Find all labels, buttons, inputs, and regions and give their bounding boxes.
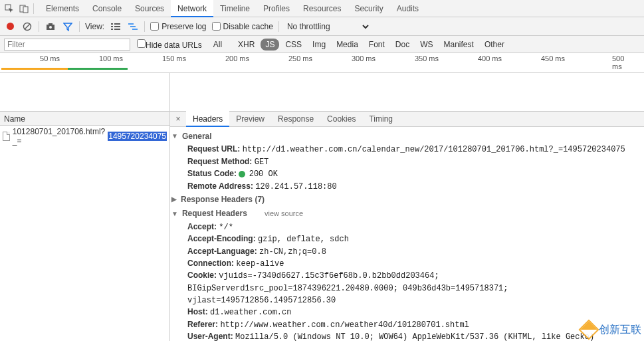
separator bbox=[39, 21, 39, 32]
filter-type-other[interactable]: Other bbox=[480, 39, 509, 51]
separator bbox=[278, 21, 279, 32]
detail-tabs: × Headers Preview Response Cookies Timin… bbox=[170, 111, 644, 127]
hide-data-urls-checkbox[interactable]: Hide data URLs bbox=[137, 39, 202, 50]
preserve-log-checkbox[interactable]: Preserve log bbox=[150, 22, 206, 31]
filter-type-all[interactable]: All bbox=[209, 39, 227, 51]
svg-rect-2 bbox=[23, 7, 28, 13]
tab-sources[interactable]: Sources bbox=[128, 0, 171, 17]
tab-network[interactable]: Network bbox=[171, 0, 213, 17]
tab-console[interactable]: Console bbox=[86, 0, 128, 17]
kv-cookie: Cookie: vjuids=-7340d6627.15c3f6ef68b.0.… bbox=[171, 270, 640, 306]
filter-type-img[interactable]: Img bbox=[308, 39, 330, 51]
filter-type-doc[interactable]: Doc bbox=[391, 39, 414, 51]
tab-profiles[interactable]: Profiles bbox=[257, 0, 296, 17]
timeline-tick: 100 ms bbox=[99, 55, 123, 62]
section-request-headers[interactable]: ▼Request Headersview source bbox=[171, 207, 640, 221]
request-name-selected: 1495720234075 bbox=[108, 132, 167, 141]
status-dot-icon bbox=[239, 171, 245, 177]
section-response-headers[interactable]: ▶Response Headers (7) bbox=[171, 193, 640, 207]
request-row[interactable]: 101280701_201706.html?_=1495720234075 bbox=[0, 126, 169, 147]
timeline-tick: 450 ms bbox=[541, 55, 565, 62]
section-general[interactable]: ▼General bbox=[171, 130, 640, 144]
kv-user-agent: User-Agent: Mozilla/5.0 (Windows NT 10.0… bbox=[171, 331, 640, 341]
inspect-icon[interactable] bbox=[4, 3, 15, 14]
devtools-top-bar: Elements Console Sources Network Timelin… bbox=[0, 0, 644, 17]
headers-panel: ▼General Request URL: http://d1.weather.… bbox=[170, 127, 644, 341]
view-waterfall-icon[interactable] bbox=[127, 21, 139, 33]
filter-types: All XHR JS CSS Img Media Font Doc WS Man… bbox=[209, 39, 509, 51]
svg-line-4 bbox=[25, 24, 30, 29]
tab-resources[interactable]: Resources bbox=[296, 0, 348, 17]
clear-icon[interactable] bbox=[21, 21, 33, 33]
tab-timeline[interactable]: Timeline bbox=[213, 0, 257, 17]
kv-host: Host: d1.weather.com.cn bbox=[171, 306, 640, 318]
close-detail-button[interactable]: × bbox=[170, 114, 186, 124]
filter-type-media[interactable]: Media bbox=[332, 39, 363, 51]
separator bbox=[79, 21, 80, 32]
timeline-band bbox=[68, 68, 128, 70]
detail-tab-response[interactable]: Response bbox=[271, 111, 320, 127]
kv-accept-language: Accept-Language: zh-CN,zh;q=0.8 bbox=[171, 246, 640, 258]
disable-cache-checkbox[interactable]: Disable cache bbox=[212, 22, 273, 31]
capture-screenshot-icon[interactable] bbox=[45, 21, 56, 33]
svg-rect-6 bbox=[49, 23, 53, 25]
filter-type-manifest[interactable]: Manifest bbox=[439, 39, 479, 51]
timeline-tick: 150 ms bbox=[162, 55, 186, 62]
svg-rect-16 bbox=[132, 29, 138, 30]
timeline-overview[interactable]: 50 ms 100 ms 150 ms 200 ms 250 ms 300 ms… bbox=[0, 53, 644, 73]
timeline-tick: 250 ms bbox=[288, 55, 312, 62]
kv-status-code: Status Code: 200 OK bbox=[171, 168, 640, 180]
filter-input[interactable] bbox=[4, 39, 130, 51]
kv-connection: Connection: keep-alive bbox=[171, 258, 640, 270]
filter-type-ws[interactable]: WS bbox=[415, 39, 437, 51]
request-name-prefix: 101280701_201706.html?_= bbox=[13, 127, 105, 146]
tab-security[interactable]: Security bbox=[348, 0, 389, 17]
network-main: Name 101280701_201706.html?_=14957202340… bbox=[0, 73, 644, 341]
kv-accept-encoding: Accept-Encoding: gzip, deflate, sdch bbox=[171, 233, 640, 245]
kv-referer: Referer: http://www.weather.com.cn/weath… bbox=[171, 319, 640, 331]
filter-icon[interactable] bbox=[62, 21, 74, 33]
timeline-tick: 300 ms bbox=[352, 55, 376, 62]
detail-tab-timing[interactable]: Timing bbox=[362, 111, 399, 127]
svg-rect-14 bbox=[128, 23, 134, 25]
filter-type-font[interactable]: Font bbox=[364, 39, 389, 51]
view-list-icon[interactable] bbox=[110, 21, 122, 33]
detail-tab-cookies[interactable]: Cookies bbox=[320, 111, 362, 127]
timeline-tick: 50 ms bbox=[40, 55, 60, 62]
svg-rect-15 bbox=[130, 26, 136, 27]
device-toggle-icon[interactable] bbox=[19, 3, 29, 14]
svg-rect-12 bbox=[111, 29, 113, 30]
view-source-link[interactable]: view source bbox=[265, 209, 303, 219]
panel-tabs: Elements Console Sources Network Timelin… bbox=[39, 0, 425, 17]
svg-rect-10 bbox=[111, 26, 113, 27]
kv-accept: Accept: */* bbox=[171, 221, 640, 233]
network-filter-bar: Hide data URLs All XHR JS CSS Img Media … bbox=[0, 36, 644, 53]
view-label: View: bbox=[85, 22, 104, 31]
timeline-tick: 200 ms bbox=[225, 55, 249, 62]
file-icon bbox=[3, 132, 10, 141]
throttling-select[interactable]: No throttling bbox=[284, 21, 371, 32]
svg-point-7 bbox=[49, 26, 52, 29]
record-icon[interactable] bbox=[4, 21, 16, 33]
timeline-band bbox=[1, 68, 68, 70]
svg-rect-11 bbox=[114, 26, 120, 27]
request-detail: × Headers Preview Response Cookies Timin… bbox=[170, 73, 644, 341]
svg-rect-8 bbox=[111, 23, 113, 25]
detail-tab-preview[interactable]: Preview bbox=[229, 111, 271, 127]
kv-request-method: Request Method: GET bbox=[171, 156, 640, 168]
tab-elements[interactable]: Elements bbox=[39, 0, 86, 17]
kv-request-url: Request URL: http://d1.weather.com.cn/ca… bbox=[171, 144, 640, 156]
request-list: Name 101280701_201706.html?_=14957202340… bbox=[0, 73, 170, 341]
filter-type-xhr[interactable]: XHR bbox=[233, 39, 259, 51]
separator bbox=[33, 3, 34, 14]
filter-type-css[interactable]: CSS bbox=[280, 39, 306, 51]
detail-tab-headers[interactable]: Headers bbox=[186, 111, 229, 127]
timeline-tick: 350 ms bbox=[415, 55, 439, 62]
tab-audits[interactable]: Audits bbox=[390, 0, 425, 17]
separator bbox=[144, 21, 145, 32]
network-toolbar: View: Preserve log Disable cache No thro… bbox=[0, 17, 644, 36]
filter-type-js[interactable]: JS bbox=[261, 39, 279, 51]
svg-rect-9 bbox=[114, 23, 120, 25]
timeline-tick: 500 ms bbox=[612, 55, 628, 70]
column-header-name[interactable]: Name bbox=[0, 111, 169, 126]
